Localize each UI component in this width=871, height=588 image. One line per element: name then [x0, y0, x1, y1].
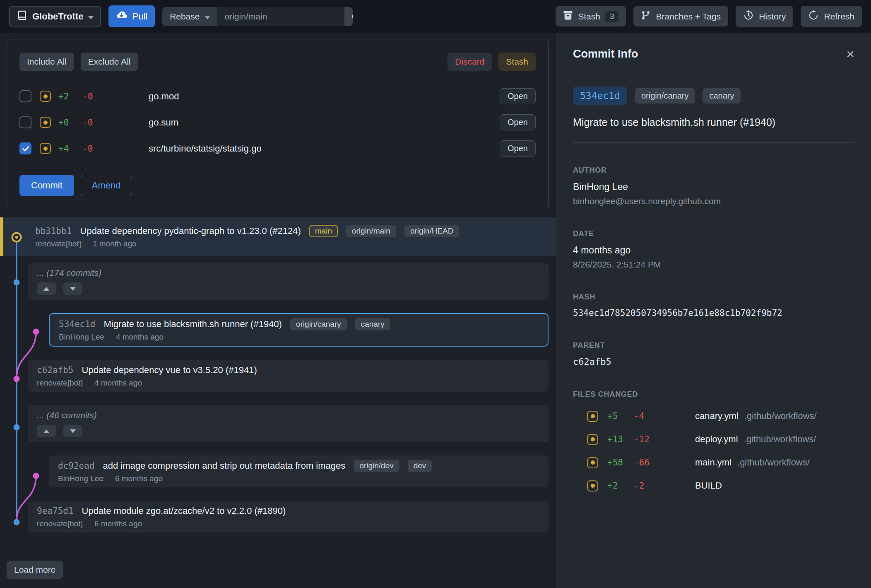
- modified-status-icon: [587, 480, 598, 492]
- panel-title: Commit Info: [573, 48, 638, 60]
- additions-count: +58: [607, 458, 634, 468]
- open-file-button[interactable]: Open: [500, 114, 536, 130]
- close-icon[interactable]: ×: [846, 47, 854, 61]
- rebase-dropdown[interactable]: Rebase: [162, 7, 217, 26]
- triangle-up-icon: [43, 286, 49, 292]
- commit-row[interactable]: 9ea75d1 Update module zgo.at/zcache/v2 t…: [28, 501, 549, 533]
- file-path: .github/workflows/: [737, 457, 810, 468]
- commit-time: 4 months ago: [116, 333, 164, 342]
- collapsed-commits-row: ... (46 commits): [28, 405, 549, 442]
- branch-badge: main: [309, 225, 338, 237]
- commit-author: renovate[bot]: [35, 239, 81, 248]
- archive-icon: [563, 10, 573, 22]
- files-changed-label: FILES CHANGED: [573, 390, 854, 399]
- parent-hash[interactable]: c62afb5: [573, 357, 854, 367]
- exclude-all-button[interactable]: Exclude All: [81, 53, 138, 71]
- deletions-count: -0: [82, 92, 106, 101]
- commit-title: Update dependency pydantic-graph to v1.2…: [80, 226, 301, 236]
- branch-badge: origin/dev: [354, 460, 399, 472]
- git-branch-icon: [641, 10, 651, 22]
- triangle-down-icon: [70, 286, 76, 292]
- expand-down-button[interactable]: [63, 425, 82, 437]
- commit-list: bb31bb1 Update dependency pydantic-graph…: [0, 217, 556, 533]
- author-name: BinHong Lee: [573, 181, 854, 193]
- file-checkbox[interactable]: [19, 142, 31, 154]
- commit-title: Update dependency vue to v3.5.20 (#1941): [82, 365, 257, 376]
- deletions-count: -4: [634, 411, 660, 421]
- commit-row-selected[interactable]: bb31bb1 Update dependency pydantic-graph…: [0, 217, 556, 256]
- expand-down-button[interactable]: [63, 282, 82, 295]
- discard-button[interactable]: Discard: [448, 53, 492, 71]
- file-name: src/turbine/statsig/statsig.go: [149, 143, 262, 154]
- commit-author: BinHong Lee: [58, 474, 103, 483]
- commit-row[interactable]: c62afb5 Update dependency vue to v3.5.20…: [28, 360, 549, 392]
- deletions-count: -2: [634, 481, 660, 491]
- chevron-down-icon: [88, 11, 94, 22]
- short-hash-chip[interactable]: 534ec1d: [573, 87, 627, 105]
- refresh-button[interactable]: Refresh: [801, 6, 862, 27]
- file-name: canary.yml: [695, 411, 739, 422]
- files-changed-list: +5 -4 canary.yml .github/workflows/ +13 …: [573, 405, 854, 497]
- commit-author: renovate[bot]: [37, 378, 83, 388]
- repo-icon: [17, 10, 27, 23]
- history-pane: Include All Exclude All Discard Stash +2…: [0, 33, 556, 588]
- amend-button[interactable]: Amend: [81, 175, 132, 196]
- file-checkbox[interactable]: [19, 116, 31, 128]
- commit-info-panel: Commit Info × 534ec1d origin/canary cana…: [556, 33, 871, 588]
- go-button[interactable]: Go: [344, 7, 353, 26]
- additions-count: +5: [607, 411, 634, 421]
- divider: [573, 142, 854, 143]
- additions-count: +2: [58, 92, 82, 101]
- file-checkbox[interactable]: [19, 90, 31, 102]
- collapsed-commits-label: ... (174 commits): [37, 268, 539, 278]
- pull-button[interactable]: Pull: [108, 5, 155, 27]
- expand-up-button[interactable]: [37, 425, 56, 437]
- load-more-button[interactable]: Load more: [7, 561, 63, 579]
- repo-selector[interactable]: GlobeTrotte: [9, 6, 101, 27]
- commit-actions: Commit Amend: [19, 175, 536, 196]
- additions-count: +4: [58, 144, 82, 154]
- author-label: AUTHOR: [573, 166, 854, 175]
- expand-up-button[interactable]: [37, 282, 56, 295]
- full-hash: 534ec1d7852050734956b7e161e88c1b702f9b72: [573, 308, 854, 318]
- changed-file-row[interactable]: +58 -66 main.yml .github/workflows/: [587, 451, 854, 474]
- collapsed-commits-label: ... (46 commits): [37, 410, 539, 420]
- toolbar-right: Stash 3 Branches + Tags: [556, 6, 862, 27]
- stash-button[interactable]: Stash 3: [556, 6, 626, 27]
- date-relative: 4 months ago: [573, 245, 854, 256]
- history-label: History: [759, 12, 786, 22]
- modified-status-icon: [587, 457, 598, 468]
- changed-file-row[interactable]: +2 -2 BUILD: [587, 474, 854, 497]
- commit-title: Update module zgo.at/zcache/v2 to v2.2.0…: [82, 506, 286, 516]
- refresh-icon: [808, 10, 819, 23]
- commit-row[interactable]: dc92ead add image compression and strip …: [49, 455, 549, 487]
- history-button[interactable]: History: [736, 6, 793, 27]
- cloud-download-icon: [116, 10, 127, 23]
- commit-hash: bb31bb1: [35, 226, 72, 236]
- chevron-down-icon: [205, 12, 210, 22]
- open-file-button[interactable]: Open: [500, 88, 536, 104]
- working-changes-panel: Include All Exclude All Discard Stash +2…: [7, 39, 549, 209]
- changed-file-row: +4 -0 src/turbine/statsig/statsig.go Ope…: [19, 135, 536, 161]
- commit-button[interactable]: Commit: [19, 175, 74, 196]
- additions-count: +2: [607, 481, 634, 491]
- triangle-up-icon: [43, 428, 49, 434]
- commit-hash: 534ec1d: [59, 319, 96, 329]
- commit-row-focused[interactable]: 534ec1d Migrate to use blacksmith.sh run…: [49, 313, 549, 347]
- changed-file-row[interactable]: +5 -4 canary.yml .github/workflows/: [587, 405, 854, 428]
- go-label: Go: [352, 12, 353, 22]
- base-branch-input[interactable]: [217, 7, 344, 26]
- changed-file-row[interactable]: +13 -12 deploy.yml .github/workflows/: [587, 428, 854, 451]
- deletions-count: -0: [82, 144, 106, 154]
- changed-file-list: +2 -0 go.mod Open +0 -0 go.sum Open: [19, 83, 536, 161]
- include-all-button[interactable]: Include All: [19, 53, 74, 71]
- history-icon: [743, 10, 754, 23]
- additions-count: +0: [58, 118, 82, 128]
- open-file-button[interactable]: Open: [500, 140, 536, 157]
- changed-file-row: +0 -0 go.sum Open: [19, 109, 536, 135]
- pull-label: Pull: [132, 11, 147, 22]
- git-client-window: GlobeTrotte Pull Rebase: [0, 0, 871, 588]
- branch-badge: canary: [355, 318, 390, 330]
- stash-changes-button[interactable]: Stash: [498, 53, 536, 71]
- branches-tags-button[interactable]: Branches + Tags: [633, 6, 728, 27]
